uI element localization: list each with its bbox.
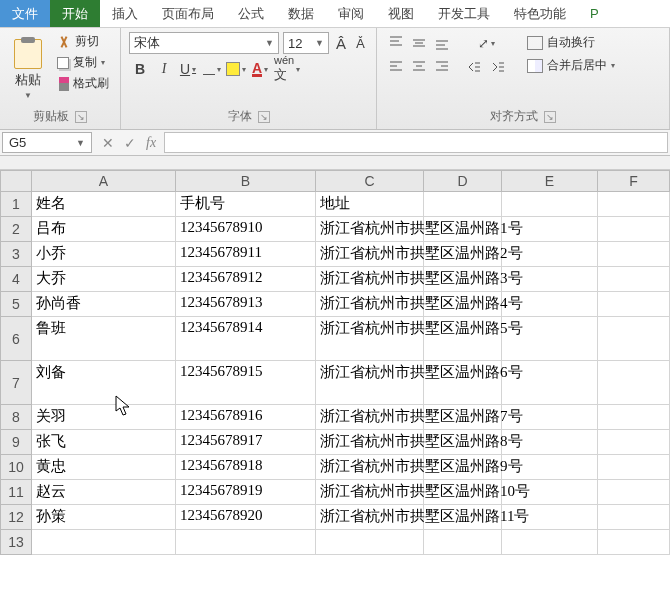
tab-home[interactable]: 开始 xyxy=(50,0,100,27)
tab-review[interactable]: 审阅 xyxy=(326,0,376,27)
cell[interactable] xyxy=(598,455,670,480)
cell[interactable] xyxy=(598,242,670,267)
cell[interactable] xyxy=(176,530,316,555)
row-header[interactable]: 3 xyxy=(0,242,32,267)
cell[interactable] xyxy=(598,292,670,317)
cell[interactable]: 12345678918 xyxy=(176,455,316,480)
tab-layout[interactable]: 页面布局 xyxy=(150,0,226,27)
font-name-combo[interactable]: 宋体 ▼ xyxy=(129,32,279,54)
wrap-text-button[interactable]: 自动换行 xyxy=(523,32,619,53)
cell[interactable]: 吕布 xyxy=(32,217,176,242)
align-center-button[interactable] xyxy=(408,55,430,77)
row-header[interactable]: 7 xyxy=(0,361,32,405)
row-header[interactable]: 5 xyxy=(0,292,32,317)
row-header[interactable]: 2 xyxy=(0,217,32,242)
cell[interactable]: 大乔 xyxy=(32,267,176,292)
spreadsheet-grid[interactable]: A B C D E F 1姓名手机号地址2吕布12345678910浙江省杭州市… xyxy=(0,170,670,555)
cell[interactable] xyxy=(598,267,670,292)
cell[interactable] xyxy=(502,192,598,217)
border-button[interactable]: ▾ xyxy=(201,58,223,80)
decrease-indent-button[interactable] xyxy=(463,56,485,78)
cell[interactable]: 12345678913 xyxy=(176,292,316,317)
cell[interactable] xyxy=(598,505,670,530)
cell[interactable] xyxy=(424,530,502,555)
cell[interactable]: 12345678917 xyxy=(176,430,316,455)
phonetic-button[interactable]: wén文▾ xyxy=(273,58,301,80)
tab-file[interactable]: 文件 xyxy=(0,0,50,27)
copy-button[interactable]: 复制 ▾ xyxy=(54,53,112,72)
cell[interactable]: 关羽 xyxy=(32,405,176,430)
row-header[interactable]: 8 xyxy=(0,405,32,430)
align-launcher[interactable]: ↘ xyxy=(544,111,556,123)
tab-insert[interactable]: 插入 xyxy=(100,0,150,27)
cell[interactable] xyxy=(598,217,670,242)
font-color-button[interactable]: A▾ xyxy=(249,58,271,80)
cell[interactable]: 浙江省杭州市拱墅区温州路6号 xyxy=(316,361,424,405)
cell[interactable]: 手机号 xyxy=(176,192,316,217)
cancel-formula-button[interactable]: ✕ xyxy=(102,135,114,151)
col-header-F[interactable]: F xyxy=(598,170,670,192)
cell[interactable] xyxy=(598,317,670,361)
italic-button[interactable]: I xyxy=(153,58,175,80)
row-header[interactable]: 4 xyxy=(0,267,32,292)
cell[interactable]: 浙江省杭州市拱墅区温州路7号 xyxy=(316,405,424,430)
cell[interactable]: 孙尚香 xyxy=(32,292,176,317)
font-size-combo[interactable]: 12 ▼ xyxy=(283,32,329,54)
align-right-button[interactable] xyxy=(431,55,453,77)
col-header-A[interactable]: A xyxy=(32,170,176,192)
col-header-E[interactable]: E xyxy=(502,170,598,192)
underline-button[interactable]: U▾ xyxy=(177,58,199,80)
name-box[interactable]: G5 ▼ xyxy=(2,132,92,153)
tab-special[interactable]: 特色功能 xyxy=(502,0,578,27)
fx-button[interactable]: fx xyxy=(146,135,156,151)
row-header[interactable]: 9 xyxy=(0,430,32,455)
cell[interactable]: 张飞 xyxy=(32,430,176,455)
bold-button[interactable]: B xyxy=(129,58,151,80)
cell[interactable] xyxy=(316,530,424,555)
clipboard-launcher[interactable]: ↘ xyxy=(75,111,87,123)
cell[interactable] xyxy=(598,361,670,405)
col-header-B[interactable]: B xyxy=(176,170,316,192)
cell[interactable]: 浙江省杭州市拱墅区温州路3号 xyxy=(316,267,424,292)
col-header-C[interactable]: C xyxy=(316,170,424,192)
cell[interactable]: 姓名 xyxy=(32,192,176,217)
cell[interactable]: 12345678911 xyxy=(176,242,316,267)
align-left-button[interactable] xyxy=(385,55,407,77)
decrease-font-button[interactable]: Ǎ xyxy=(353,36,368,51)
align-middle-button[interactable] xyxy=(408,32,430,54)
align-bottom-button[interactable] xyxy=(431,32,453,54)
row-header[interactable]: 12 xyxy=(0,505,32,530)
cell[interactable]: 黄忠 xyxy=(32,455,176,480)
fill-color-button[interactable]: ▾ xyxy=(225,58,247,80)
cell[interactable]: 浙江省杭州市拱墅区温州路9号 xyxy=(316,455,424,480)
cell[interactable] xyxy=(32,530,176,555)
cell[interactable]: 12345678919 xyxy=(176,480,316,505)
cell[interactable]: 浙江省杭州市拱墅区温州路4号 xyxy=(316,292,424,317)
cell[interactable]: 浙江省杭州市拱墅区温州路5号 xyxy=(316,317,424,361)
cell[interactable] xyxy=(502,530,598,555)
increase-indent-button[interactable] xyxy=(487,56,509,78)
cell[interactable]: 浙江省杭州市拱墅区温州路1号 xyxy=(316,217,424,242)
row-header[interactable]: 6 xyxy=(0,317,32,361)
row-header[interactable]: 13 xyxy=(0,530,32,555)
cell[interactable] xyxy=(598,480,670,505)
paste-button[interactable]: 粘贴 ▼ xyxy=(8,32,48,106)
cell[interactable] xyxy=(598,430,670,455)
col-header-D[interactable]: D xyxy=(424,170,502,192)
cell[interactable]: 12345678920 xyxy=(176,505,316,530)
cell[interactable]: 12345678912 xyxy=(176,267,316,292)
cell[interactable]: 小乔 xyxy=(32,242,176,267)
tab-dev[interactable]: 开发工具 xyxy=(426,0,502,27)
cell[interactable]: 地址 xyxy=(316,192,424,217)
cell[interactable]: 12345678915 xyxy=(176,361,316,405)
cell[interactable]: 浙江省杭州市拱墅区温州路8号 xyxy=(316,430,424,455)
font-launcher[interactable]: ↘ xyxy=(258,111,270,123)
select-all-corner[interactable] xyxy=(0,170,32,192)
cell[interactable]: 12345678910 xyxy=(176,217,316,242)
cell[interactable]: 赵云 xyxy=(32,480,176,505)
cell[interactable]: 浙江省杭州市拱墅区温州路10号 xyxy=(316,480,424,505)
orientation-button[interactable]: ⤢▾ xyxy=(463,32,509,54)
cell[interactable]: 孙策 xyxy=(32,505,176,530)
formula-input[interactable] xyxy=(164,132,668,153)
cell[interactable] xyxy=(598,530,670,555)
